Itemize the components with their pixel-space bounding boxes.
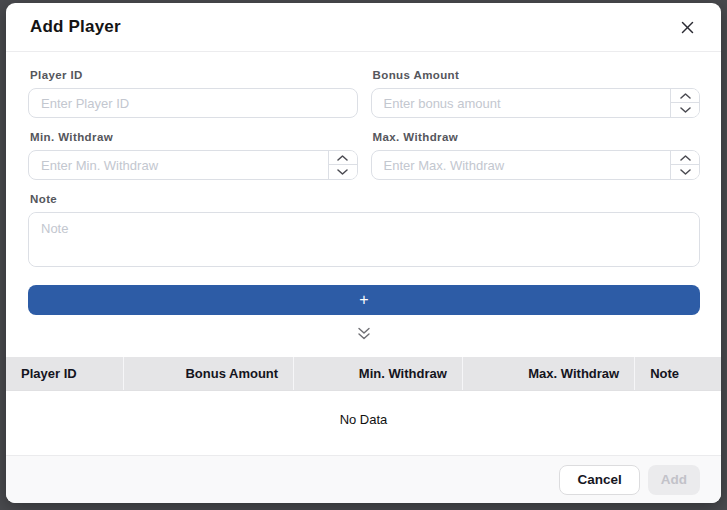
min-withdraw-spinner-up-button[interactable] [329,151,357,165]
min-withdraw-field: Min. Withdraw [28,131,358,180]
min-withdraw-spinner-down-button[interactable] [329,165,357,179]
bonus-amount-field: Bonus Amount [371,69,701,118]
player-id-label: Player ID [30,69,358,81]
collapse-form-button[interactable] [351,325,377,342]
add-player-form: Player ID Bonus Amount [6,52,721,351]
cancel-button[interactable]: Cancel [559,465,639,495]
players-table: Player ID Bonus Amount Min. Withdraw Max… [6,357,721,437]
player-id-field: Player ID [28,69,358,118]
modal-header: Add Player [6,3,721,52]
bonus-amount-spinner [670,89,699,117]
bonus-amount-spinner-up-button[interactable] [671,89,699,103]
add-player-modal: Add Player Player ID [6,3,721,503]
close-button[interactable] [675,15,699,39]
note-label: Note [30,193,700,205]
max-withdraw-input[interactable] [372,151,671,179]
column-header-bonus-amount: Bonus Amount [124,357,294,390]
chevron-up-icon [680,155,691,161]
max-withdraw-spinner-down-button[interactable] [671,165,699,179]
min-withdraw-spinner [328,151,357,179]
column-header-max-withdraw: Max. Withdraw [463,357,635,390]
chevron-double-down-icon [357,327,371,340]
column-header-note: Note [635,357,721,390]
chevron-down-icon [680,107,691,113]
players-table-header: Player ID Bonus Amount Min. Withdraw Max… [6,357,721,391]
modal-title: Add Player [30,17,121,37]
column-header-min-withdraw: Min. Withdraw [294,357,463,390]
min-withdraw-label: Min. Withdraw [30,131,358,143]
max-withdraw-field: Max. Withdraw [371,131,701,180]
bonus-amount-label: Bonus Amount [373,69,701,81]
add-row-button[interactable]: + [28,285,700,315]
note-textarea[interactable] [29,213,699,266]
table-empty-state: No Data [6,391,721,437]
column-header-player-id: Player ID [6,357,124,390]
max-withdraw-spinner [670,151,699,179]
max-withdraw-label: Max. Withdraw [373,131,701,143]
chevron-up-icon [680,93,691,99]
chevron-down-icon [680,169,691,175]
chevron-up-icon [337,155,348,161]
min-withdraw-input[interactable] [29,151,328,179]
note-field: Note [28,193,700,267]
bonus-amount-spinner-down-button[interactable] [671,103,699,117]
player-id-input[interactable] [29,89,357,117]
modal-backdrop: Add Player Player ID [0,0,727,510]
max-withdraw-spinner-up-button[interactable] [671,151,699,165]
close-icon [681,21,694,34]
add-button[interactable]: Add [648,465,700,495]
chevron-down-icon [337,169,348,175]
bonus-amount-input[interactable] [372,89,671,117]
modal-footer: Cancel Add [6,455,721,503]
